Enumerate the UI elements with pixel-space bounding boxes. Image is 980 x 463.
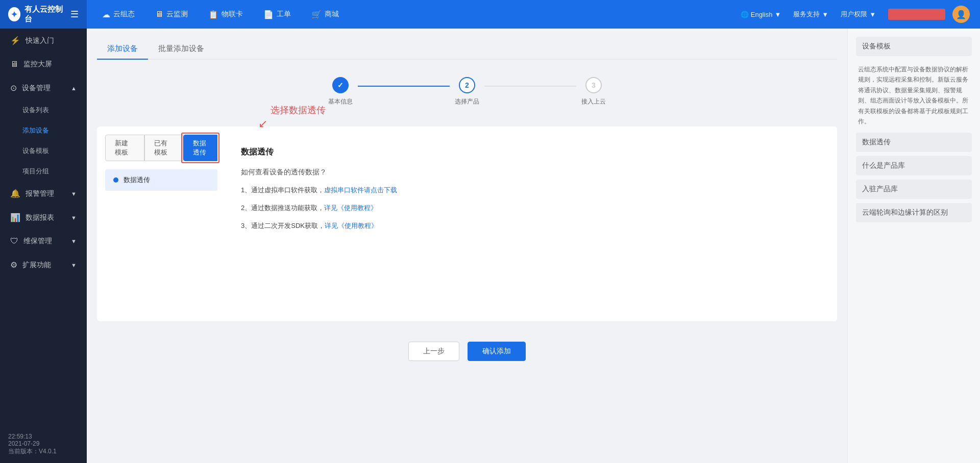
support-label: 服务支持	[793, 10, 820, 19]
extend-label: 扩展功能	[22, 261, 51, 270]
help-section-data-passthrough[interactable]: 数据透传	[856, 133, 972, 152]
prev-step-button[interactable]: 上一步	[408, 342, 459, 361]
alarm-mgmt-label: 报警管理	[26, 189, 54, 198]
data-row-2: 2、通过数据推送功能获取，详见《使用教程》	[241, 203, 814, 214]
iot-card-label: 物联卡	[222, 10, 243, 19]
list-item-label: 数据透传	[124, 175, 150, 185]
step-circle-2: 2	[459, 77, 475, 93]
step-indicator: ✓ 基本信息 2 选择产品 3 接入上云	[97, 72, 837, 111]
data-passthrough-tab-wrapper: 数据透传	[183, 135, 217, 161]
lang-label: English	[751, 11, 773, 18]
bottom-buttons: 上一步 确认添加	[97, 342, 837, 371]
data-row-3-prefix: 3、通过二次开发SDK获取，	[241, 222, 325, 229]
cloud-monitor-icon: 🖥	[155, 10, 163, 19]
nav-menu-work-order[interactable]: 📄 工单	[253, 0, 301, 29]
help-template-desc: 云组态系统中配置与设备数据协议的解析规则，实现远程采集和控制。新版云服务将通讯协…	[858, 66, 968, 125]
sidebar-item-maintenance[interactable]: 🛡 维保管理 ▼	[0, 229, 87, 253]
data-row-2-link[interactable]: 详见《使用教程》	[324, 204, 377, 212]
step-select-product: 2 选择产品	[455, 77, 479, 106]
data-row-1-link[interactable]: 虚拟串口软件请点击下载	[324, 186, 397, 194]
help-desc-text: 云组态系统中配置与设备数据协议的解析规则，实现远程采集和控制。新版云服务将通讯协…	[856, 60, 972, 133]
cloud-compose-icon: ☁	[102, 10, 110, 19]
user-permission-button[interactable]: 用户权限 ▼	[836, 8, 881, 21]
sidebar-version: 当前版本：V4.0.1	[8, 447, 79, 456]
tab-new-template[interactable]: 新建模板	[105, 135, 144, 161]
data-report-arrow: ▼	[71, 215, 77, 221]
menu-toggle-icon[interactable]: ☰	[70, 9, 79, 20]
device-list-label: 设备列表	[22, 106, 49, 115]
extend-arrow: ▼	[71, 262, 77, 268]
annotation-arrow-icon: ↙	[258, 117, 267, 131]
tab-existing-template[interactable]: 已有模板	[144, 135, 184, 161]
extend-icon: ⚙	[10, 260, 17, 270]
lang-arrow-icon: ▼	[774, 11, 781, 18]
step-connect-cloud: 3 接入上云	[581, 77, 606, 106]
data-row-2-prefix: 2、通过数据推送功能获取，	[241, 204, 324, 212]
sidebar: ⚡ 快速入门 🖥 监控大屏 ⊙ 设备管理 ▲ 设备列表 添加设备 设备模板 项目…	[0, 29, 87, 463]
help-section-cloud-edge-diff[interactable]: 云端轮询和边缘计算的区别	[856, 203, 972, 222]
step-circle-3: 3	[585, 77, 602, 93]
language-switcher[interactable]: 🌐 English ▼	[736, 9, 787, 20]
username-text	[888, 9, 945, 20]
work-order-label: 工单	[277, 10, 291, 19]
sidebar-date: 2021-07-29	[8, 440, 79, 447]
template-list: 数据透传	[105, 169, 217, 195]
store-icon: 🛒	[311, 10, 322, 19]
step-label-3: 接入上云	[581, 97, 606, 106]
list-item[interactable]: 数据透传	[105, 169, 217, 191]
sidebar-item-alarm-mgmt[interactable]: 🔔 报警管理 ▼	[0, 182, 87, 205]
annotation-label: 选择数据透传	[271, 104, 326, 116]
sidebar-item-device-template[interactable]: 设备模板	[0, 141, 87, 161]
data-panel-title: 数据透传	[241, 147, 814, 158]
top-nav-menus: ☁ 云组态 🖥 云监测 📋 物联卡 📄 工单 🛒 商城	[87, 0, 736, 29]
data-panel-desc: 如何查看设备的透传数据？	[241, 168, 814, 177]
work-order-icon: 📄	[263, 10, 274, 19]
step-basic-info: ✓ 基本信息	[328, 77, 353, 106]
quick-start-label: 快速入门	[26, 36, 54, 45]
sidebar-item-extend[interactable]: ⚙ 扩展功能 ▼	[0, 253, 87, 277]
lang-icon: 🌐	[741, 11, 749, 18]
avatar[interactable]: 👤	[952, 6, 970, 23]
support-button[interactable]: 服务支持 ▼	[788, 8, 834, 21]
sidebar-item-data-report[interactable]: 📊 数据报表 ▼	[0, 205, 87, 229]
sidebar-item-device-list[interactable]: 设备列表	[0, 100, 87, 120]
template-tabs: 新建模板 已有模板 数据透传	[105, 135, 217, 161]
main-layout: ⚡ 快速入门 🖥 监控大屏 ⊙ 设备管理 ▲ 设备列表 添加设备 设备模板 项目…	[0, 29, 980, 463]
alarm-mgmt-icon: 🔔	[10, 189, 20, 198]
monitor-screen-label: 监控大屏	[23, 60, 52, 69]
step-label-1: 基本信息	[328, 97, 353, 106]
nav-menu-cloud-monitor[interactable]: 🖥 云监测	[145, 0, 198, 29]
help-section-join-product-lib[interactable]: 入驻产品库	[856, 179, 972, 199]
sidebar-item-quick-start[interactable]: ⚡ 快速入门	[0, 29, 87, 53]
template-left-panel: 新建模板 已有模板 数据透传 数据透传	[105, 135, 217, 313]
sidebar-item-project-group[interactable]: 项目分组	[0, 161, 87, 182]
nav-menu-iot-card[interactable]: 📋 物联卡	[198, 0, 253, 29]
help-section-product-lib[interactable]: 什么是产品库	[856, 156, 972, 175]
device-mgmt-icon: ⊙	[10, 83, 17, 93]
confirm-add-button[interactable]: 确认添加	[468, 342, 526, 361]
data-panel: 数据透传 如何查看设备的透传数据？ 1、通过虚拟串口软件获取，虚拟串口软件请点击…	[226, 135, 829, 313]
tab-add-device[interactable]: 添加设备	[97, 39, 148, 60]
user-arrow-icon: ▼	[869, 11, 876, 18]
sidebar-item-monitor-screen[interactable]: 🖥 监控大屏	[0, 53, 87, 76]
sidebar-item-add-device[interactable]: 添加设备	[0, 120, 87, 141]
device-template-label: 设备模板	[22, 146, 49, 156]
tab-data-passthrough[interactable]: 数据透传	[183, 135, 217, 161]
user-label: 用户权限	[841, 10, 867, 19]
step-label-2: 选择产品	[455, 97, 479, 106]
content-area: 添加设备 批量添加设备 ✓ 基本信息 2 选择产品 3 接入上云	[87, 29, 980, 463]
support-arrow-icon: ▼	[822, 11, 828, 18]
device-mgmt-label: 设备管理	[22, 84, 51, 93]
nav-menu-cloud-compose[interactable]: ☁ 云组态	[92, 0, 145, 29]
nav-menu-store[interactable]: 🛒 商城	[301, 0, 349, 29]
username-area[interactable]	[883, 7, 950, 22]
cloud-compose-label: 云组态	[113, 10, 135, 19]
maintenance-label: 维保管理	[23, 237, 52, 246]
data-row-3-link[interactable]: 详见《使用教程》	[325, 222, 378, 229]
logo-area: ✦ 有人云控制台 ☰	[0, 0, 87, 29]
tab-batch-add[interactable]: 批量添加设备	[148, 39, 214, 60]
add-device-label: 添加设备	[22, 126, 49, 135]
iot-card-icon: 📋	[208, 10, 218, 19]
list-item-dot	[113, 177, 118, 183]
sidebar-item-device-mgmt[interactable]: ⊙ 设备管理 ▲	[0, 76, 87, 100]
